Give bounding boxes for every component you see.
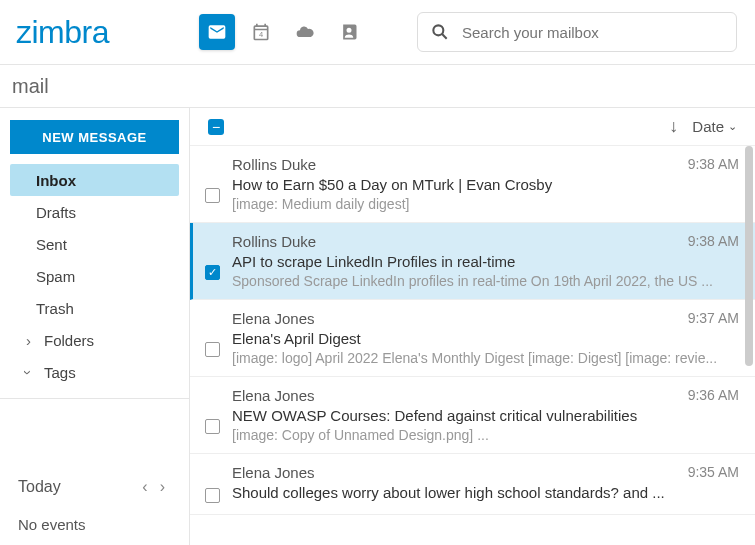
view-title-bar: mail [0,65,755,108]
message-subject: How to Earn $50 a Day on MTurk | Evan Cr… [232,176,739,193]
folder-drafts[interactable]: Drafts [10,196,179,228]
sidebar: NEW MESSAGE Inbox Drafts Sent Spam Trash… [0,108,190,545]
search-box[interactable] [417,12,737,52]
collapse-all-icon[interactable]: − [208,119,224,135]
svg-text:4: 4 [259,30,263,39]
folder-label: Spam [36,268,75,285]
folder-folders[interactable]: ›Folders [10,324,179,356]
message-checkbox[interactable] [198,156,226,212]
message-from: Rollins Duke [232,233,316,250]
message-subject: API to scrape LinkedIn Profiles in real-… [232,253,739,270]
message-preview: Sponsored Scrape LinkedIn profiles in re… [232,273,739,289]
folder-trash[interactable]: Trash [10,292,179,324]
cloud-app-icon[interactable] [287,14,323,50]
sort-direction-icon[interactable]: ↓ [669,116,678,137]
message-row[interactable]: Rollins Duke9:38 AMHow to Earn $50 a Day… [190,146,755,223]
message-time: 9:38 AM [688,156,739,173]
chevron-down-icon: ⌄ [728,120,737,133]
message-row[interactable]: Elena Jones9:37 AMElena's April Digest[i… [190,300,755,377]
folder-label: Tags [44,364,76,381]
message-preview: [image: Medium daily digest] [232,196,739,212]
folder-spam[interactable]: Spam [10,260,179,292]
app-header: zimbra 4 [0,0,755,65]
divider [0,398,189,399]
message-list: − ↓ Date ⌄ Rollins Duke9:38 AMHow to Ear… [190,108,755,545]
message-preview: [image: Copy of Unnamed Design.png] ... [232,427,739,443]
folder-label: Trash [36,300,74,317]
svg-line-2 [442,34,447,39]
folder-tags[interactable]: ›Tags [10,356,179,388]
chevron-down-icon: › [20,370,37,375]
sort-label: Date [692,118,724,135]
calendar-panel: Today ‹ › No events [10,458,179,545]
contacts-app-icon[interactable] [331,14,367,50]
scrollbar-thumb[interactable] [745,146,753,366]
folder-sent[interactable]: Sent [10,228,179,260]
message-subject: Elena's April Digest [232,330,739,347]
message-content: Elena Jones9:36 AMNEW OWASP Courses: Def… [226,387,739,443]
message-subject: NEW OWASP Courses: Defend against critic… [232,407,739,424]
logo: zimbra [16,14,109,51]
message-from: Rollins Duke [232,156,316,173]
message-from: Elena Jones [232,310,315,327]
calendar-next-icon[interactable]: › [160,478,165,496]
mail-app-icon[interactable] [199,14,235,50]
folder-label: Sent [36,236,67,253]
message-content: Rollins Duke9:38 AMHow to Earn $50 a Day… [226,156,739,212]
search-icon [430,22,450,42]
view-title: mail [12,75,49,98]
message-checkbox[interactable] [198,387,226,443]
message-from: Elena Jones [232,387,315,404]
message-checkbox[interactable]: ✓ [198,233,226,289]
svg-point-1 [433,25,443,35]
message-row[interactable]: ✓Rollins Duke9:38 AMAPI to scrape Linked… [190,223,755,300]
new-message-button[interactable]: NEW MESSAGE [10,120,179,154]
message-checkbox[interactable] [198,310,226,366]
message-time: 9:37 AM [688,310,739,327]
message-row[interactable]: Elena Jones9:35 AMShould colleges worry … [190,454,755,515]
message-content: Elena Jones9:37 AMElena's April Digest[i… [226,310,739,366]
folder-label: Drafts [36,204,76,221]
message-time: 9:38 AM [688,233,739,250]
search-input[interactable] [462,24,724,41]
message-subject: Should colleges worry about lower high s… [232,484,739,501]
message-preview: [image: logo] April 2022 Elena's Monthly… [232,350,739,366]
folder-label: Inbox [36,172,76,189]
message-checkbox[interactable] [198,464,226,504]
app-switcher: 4 [199,14,367,50]
calendar-today-label: Today [18,478,61,496]
folder-label: Folders [44,332,94,349]
message-time: 9:36 AM [688,387,739,404]
folder-inbox[interactable]: Inbox [10,164,179,196]
sort-button[interactable]: Date ⌄ [692,118,737,135]
message-content: Rollins Duke9:38 AMAPI to scrape LinkedI… [226,233,739,289]
calendar-app-icon[interactable]: 4 [243,14,279,50]
message-time: 9:35 AM [688,464,739,481]
message-from: Elena Jones [232,464,315,481]
calendar-prev-icon[interactable]: ‹ [142,478,147,496]
list-toolbar: − ↓ Date ⌄ [190,108,755,146]
chevron-right-icon: › [26,332,31,349]
calendar-no-events: No events [18,516,171,533]
message-row[interactable]: Elena Jones9:36 AMNEW OWASP Courses: Def… [190,377,755,454]
message-content: Elena Jones9:35 AMShould colleges worry … [226,464,739,504]
